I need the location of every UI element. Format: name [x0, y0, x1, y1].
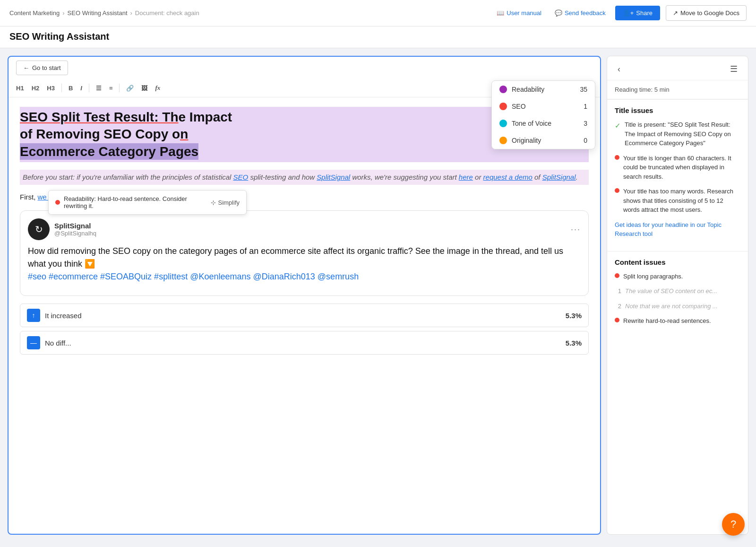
h1-button[interactable]: H1 [13, 83, 27, 94]
link-button[interactable]: 🔗 [123, 83, 137, 94]
breadcrumb-sep2: › [130, 9, 132, 17]
dropdown-tone[interactable]: Tone of Voice 3 [492, 115, 595, 132]
arrow-left-icon: ← [23, 64, 29, 71]
title-line2: of Removing SEO Copy o [20, 127, 180, 141]
tweet-header: ↻ SplitSignal @SplitSignalhq ··· [28, 218, 581, 240]
avatar: ↻ [28, 218, 50, 240]
share-button[interactable]: 👤+ Share [615, 6, 660, 20]
title-issues-header: Title issues [615, 106, 740, 114]
user-manual-button[interactable]: 📖 User manual [493, 7, 545, 19]
reading-time: Reading time: 5 min [607, 80, 748, 99]
page-title: SEO Writing Assistant [9, 31, 747, 42]
share-icon: 👤+ [623, 9, 634, 17]
content-item-1-num: 1 [615, 287, 621, 296]
headline-link[interactable]: Get ideas for your headline in our Topic… [615, 220, 740, 239]
send-feedback-button[interactable]: 💬 Send feedback [551, 7, 610, 19]
question-mark-icon: ? [730, 518, 736, 530]
split-paragraphs-dot [615, 273, 619, 278]
poll-label-2: No diff... [45, 339, 71, 347]
splitsignal-link-2[interactable]: SplitSignal [542, 173, 576, 181]
sidebar-menu-button[interactable]: ☰ [727, 63, 740, 75]
formula-icon: fx [155, 84, 160, 91]
content-item-1: 1 The value of SEO content on ec... [615, 287, 740, 296]
rewrite-issue: Rewrite hard-to-read sentences. [615, 316, 740, 326]
breadcrumb-content-marketing[interactable]: Content Marketing [9, 9, 60, 17]
toolbar-sep-3 [119, 84, 120, 92]
readability-tooltip-dot [55, 200, 60, 205]
rewrite-dot [615, 318, 619, 322]
tweet-text: How did removing the SEO copy on the cat… [28, 246, 563, 269]
move-to-google-docs-button[interactable]: ↗ Move to Google Docs [666, 5, 747, 21]
toolbar-sep-1 [61, 84, 62, 92]
dropdown-readability[interactable]: Readability 35 [492, 81, 595, 98]
tone-count: 3 [584, 120, 587, 127]
headline-link-item: Get ideas for your headline in our Topic… [615, 220, 740, 239]
title-highlight: Ecommerce Category Pages [20, 143, 198, 160]
help-fab-button[interactable]: ? [722, 513, 745, 536]
editor-content[interactable]: SEO Split Test Result: The Impact of Rem… [9, 97, 600, 534]
breadcrumb: Content Marketing › SEO Writing Assistan… [9, 9, 199, 17]
breadcrumb-sep1: › [62, 9, 64, 17]
ordered-list-button[interactable]: ☰ [93, 83, 104, 94]
tweet-user-info: SplitSignal @SplitSignalhq [54, 222, 96, 237]
image-button[interactable]: 🖼 [138, 83, 150, 94]
poll-icon-2: — [27, 336, 40, 349]
sidebar-top: ‹ ☰ [607, 56, 748, 80]
main-layout: ← Go to start H1 H2 H3 B I ☰ ≡ 🔗 🖼 [0, 48, 756, 542]
title-too-many-words-issue: Your title has too many words. Research … [615, 187, 740, 215]
seo-count: 1 [584, 103, 587, 110]
bold-button[interactable]: B [66, 83, 76, 94]
originality-count: 0 [584, 137, 587, 144]
poll-option-1: ↑ It increased 5.3% [20, 304, 589, 327]
title-rest-1: e Impact [179, 110, 232, 124]
image-icon: 🖼 [141, 85, 147, 92]
h2-button[interactable]: H2 [29, 83, 43, 94]
tweet-card: ↻ SplitSignal @SplitSignalhq ··· How did… [20, 210, 589, 296]
poll-row-1: ↑ It increased [27, 309, 82, 322]
dropdown-seo[interactable]: SEO 1 [492, 98, 595, 115]
here-link[interactable]: here [459, 173, 473, 181]
unordered-list-button[interactable]: ≡ [106, 83, 116, 94]
readability-dot [499, 86, 507, 93]
breadcrumb-seo-writing-assistant[interactable]: SEO Writing Assistant [68, 9, 128, 17]
tweet-menu-dots[interactable]: ··· [571, 225, 581, 234]
splitsignal-link-1[interactable]: SplitSignal [317, 173, 350, 181]
readability-label: Readability [512, 86, 544, 93]
split-paragraphs-issue: Split long paragraphs. [615, 272, 740, 281]
simplify-button[interactable]: ⊹ Simplify [211, 199, 240, 206]
feedback-icon: 💬 [555, 9, 562, 17]
page-header: SEO Writing Assistant [0, 26, 756, 48]
check-icon: ✓ [615, 121, 621, 131]
highlight-dropdown: Readability 35 SEO 1 Tone of Voice 3 Ori… [491, 80, 595, 149]
seo-dot [499, 103, 507, 110]
go-to-start-button[interactable]: ← Go to start [16, 61, 68, 75]
originality-label: Originality [512, 137, 541, 144]
editor-panel: ← Go to start H1 H2 H3 B I ☰ ≡ 🔗 🖼 [8, 56, 601, 535]
split-paragraphs-text: Split long paragraphs. [623, 272, 683, 281]
dropdown-originality[interactable]: Originality 0 [492, 132, 595, 149]
readability-count: 35 [580, 86, 587, 93]
poll-row-2: — No diff... [27, 336, 71, 349]
go-to-start-wrap: ← Go to start [9, 57, 600, 79]
rewrite-text: Rewrite hard-to-read sentences. [623, 316, 711, 326]
title-present-text: Title is present: "SEO Split Test Result… [625, 120, 740, 148]
book-icon: 📖 [497, 9, 504, 17]
sidebar-panel: ‹ ☰ Reading time: 5 min Title issues ✓ T… [607, 56, 748, 535]
seo-link[interactable]: SEO [233, 173, 249, 181]
formula-button[interactable]: fx [152, 82, 163, 94]
content-item-2-text: Note that we are not comparing ... [625, 302, 718, 311]
seo-label: SEO [512, 103, 526, 110]
ol-icon: ☰ [96, 85, 102, 92]
sidebar-back-button[interactable]: ‹ [615, 63, 623, 75]
content-item-1-text: The value of SEO content on ec... [625, 287, 717, 296]
content-item-2: 2 Note that we are not comparing ... [615, 302, 740, 311]
request-demo-link[interactable]: request a demo [483, 173, 533, 181]
italic-button[interactable]: I [77, 83, 85, 94]
breadcrumb-document: Document: check again [135, 9, 199, 17]
title-too-many-text: Your title has too many words. Research … [623, 187, 740, 215]
h3-button[interactable]: H3 [44, 83, 58, 94]
italic-text: Before you start: if you're unfamiliar w… [23, 173, 578, 181]
content-item-2-num: 2 [615, 302, 621, 311]
readability-tooltip: Readability: Hard-to-read sentence. Cons… [48, 190, 247, 215]
poll-label-1: It increased [45, 312, 82, 320]
